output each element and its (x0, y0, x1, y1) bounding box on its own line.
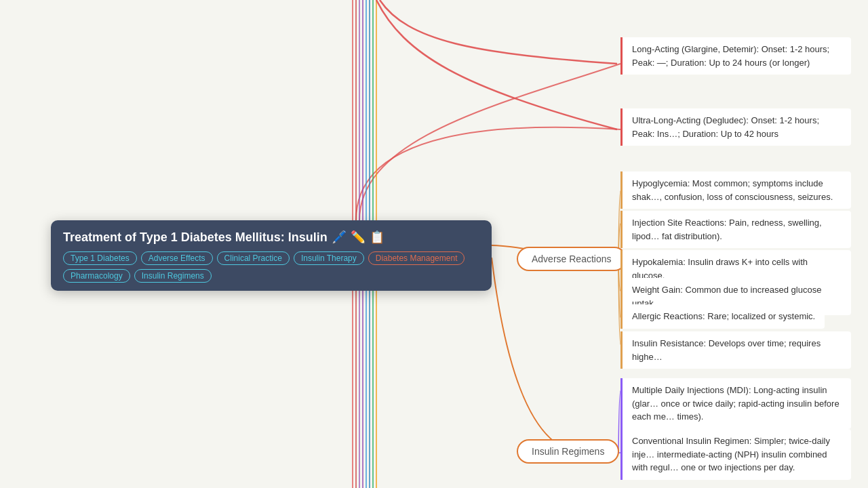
title-text: Treatment of Type 1 Diabetes Mellitus: I… (63, 230, 328, 245)
central-node[interactable]: Treatment of Type 1 Diabetes Mellitus: I… (51, 220, 492, 291)
mdi-text: Multiple Daily Injections (MDI): Long-ac… (632, 385, 840, 422)
adverse-reactions-label: Adverse Reactions (532, 253, 612, 264)
card-conventional: Conventional Insulin Regimen: Simpler; t… (620, 429, 851, 480)
tag-diabetes-management[interactable]: Diabetes Management (368, 251, 465, 265)
card-injection-site: Injection Site Reactions: Pain, redness,… (620, 211, 851, 248)
tag-clinical-practice[interactable]: Clinical Practice (217, 251, 290, 265)
hypoglycemia-text: Hypoglycemia: Most common; symptoms incl… (632, 178, 833, 202)
branch-node-insulin-regimens[interactable]: Insulin Regimens (517, 439, 619, 464)
pencil-icon: ✏️ (351, 230, 366, 245)
tag-pharmacology[interactable]: Pharmacology (63, 269, 130, 283)
card-long-acting: Long-Acting (Glargine, Detemir): Onset: … (620, 37, 851, 75)
tag-type1-diabetes[interactable]: Type 1 Diabetes (63, 251, 137, 265)
tag-insulin-therapy[interactable]: Insulin Therapy (294, 251, 364, 265)
injection-site-text: Injection Site Reactions: Pain, redness,… (632, 218, 822, 241)
hypokalemia-text: Hypokalemia: Insulin draws K+ into cells… (632, 257, 808, 281)
tag-insulin-regimens[interactable]: Insulin Regimens (134, 269, 212, 283)
card-ultra-long: Ultra-Long-Acting (Degludec): Onset: 1-2… (620, 108, 851, 146)
resistance-text: Insulin Resistance: Develops over time; … (632, 338, 821, 362)
card-allergic: Allergic Reactions: Rare; localized or s… (620, 304, 825, 329)
branch-node-adverse-reactions[interactable]: Adverse Reactions (517, 247, 627, 271)
tag-list: Type 1 Diabetes Adverse Effects Clinical… (63, 251, 479, 283)
allergic-text: Allergic Reactions: Rare; localized or s… (632, 311, 815, 321)
conventional-text: Conventional Insulin Regimen: Simpler; t… (632, 436, 830, 472)
long-acting-text: Long-Acting (Glargine, Detemir): Onset: … (632, 44, 829, 68)
clipboard-icon: 📋 (370, 230, 384, 245)
card-hypoglycemia: Hypoglycemia: Most common; symptoms incl… (620, 171, 851, 209)
central-node-title: Treatment of Type 1 Diabetes Mellitus: I… (63, 230, 479, 245)
ultra-long-text: Ultra-Long-Acting (Degludec): Onset: 1-2… (632, 115, 819, 139)
pen-icon: 🖊️ (332, 230, 347, 245)
mindmap-canvas: Treatment of Type 1 Diabetes Mellitus: I… (0, 0, 868, 488)
insulin-regimens-label: Insulin Regimens (532, 446, 604, 457)
card-mdi: Multiple Daily Injections (MDI): Long-ac… (620, 378, 851, 429)
tag-adverse-effects[interactable]: Adverse Effects (141, 251, 213, 265)
card-resistance: Insulin Resistance: Develops over time; … (620, 331, 851, 369)
